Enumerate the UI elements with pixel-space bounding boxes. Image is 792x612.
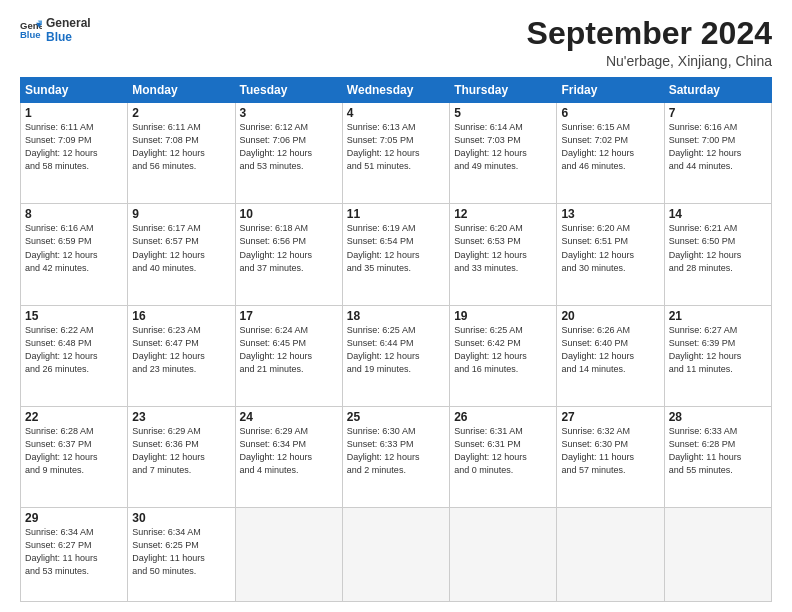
calendar-cell: 23Sunrise: 6:29 AM Sunset: 6:36 PM Dayli… <box>128 406 235 507</box>
day-info: Sunrise: 6:16 AM Sunset: 6:59 PM Dayligh… <box>25 222 123 274</box>
calendar-cell: 4Sunrise: 6:13 AM Sunset: 7:05 PM Daylig… <box>342 103 449 204</box>
day-number: 9 <box>132 207 230 221</box>
day-number: 3 <box>240 106 338 120</box>
day-number: 30 <box>132 511 230 525</box>
day-number: 7 <box>669 106 767 120</box>
day-info: Sunrise: 6:29 AM Sunset: 6:36 PM Dayligh… <box>132 425 230 477</box>
day-info: Sunrise: 6:25 AM Sunset: 6:42 PM Dayligh… <box>454 324 552 376</box>
calendar-week-2: 8Sunrise: 6:16 AM Sunset: 6:59 PM Daylig… <box>21 204 772 305</box>
calendar-body: 1Sunrise: 6:11 AM Sunset: 7:09 PM Daylig… <box>21 103 772 602</box>
day-info: Sunrise: 6:20 AM Sunset: 6:51 PM Dayligh… <box>561 222 659 274</box>
day-number: 29 <box>25 511 123 525</box>
col-thursday: Thursday <box>450 78 557 103</box>
col-wednesday: Wednesday <box>342 78 449 103</box>
logo-line2: Blue <box>46 30 91 44</box>
day-number: 17 <box>240 309 338 323</box>
day-number: 1 <box>25 106 123 120</box>
col-monday: Monday <box>128 78 235 103</box>
day-number: 10 <box>240 207 338 221</box>
day-info: Sunrise: 6:24 AM Sunset: 6:45 PM Dayligh… <box>240 324 338 376</box>
calendar-cell: 20Sunrise: 6:26 AM Sunset: 6:40 PM Dayli… <box>557 305 664 406</box>
day-info: Sunrise: 6:23 AM Sunset: 6:47 PM Dayligh… <box>132 324 230 376</box>
calendar-cell: 5Sunrise: 6:14 AM Sunset: 7:03 PM Daylig… <box>450 103 557 204</box>
calendar: Sunday Monday Tuesday Wednesday Thursday… <box>20 77 772 602</box>
calendar-week-4: 22Sunrise: 6:28 AM Sunset: 6:37 PM Dayli… <box>21 406 772 507</box>
calendar-cell: 21Sunrise: 6:27 AM Sunset: 6:39 PM Dayli… <box>664 305 771 406</box>
day-info: Sunrise: 6:21 AM Sunset: 6:50 PM Dayligh… <box>669 222 767 274</box>
day-info: Sunrise: 6:25 AM Sunset: 6:44 PM Dayligh… <box>347 324 445 376</box>
calendar-cell: 19Sunrise: 6:25 AM Sunset: 6:42 PM Dayli… <box>450 305 557 406</box>
svg-text:Blue: Blue <box>20 29 41 40</box>
day-number: 27 <box>561 410 659 424</box>
day-number: 18 <box>347 309 445 323</box>
calendar-cell <box>450 508 557 602</box>
day-info: Sunrise: 6:29 AM Sunset: 6:34 PM Dayligh… <box>240 425 338 477</box>
day-number: 13 <box>561 207 659 221</box>
header: General Blue General Blue September 2024… <box>20 16 772 69</box>
calendar-cell: 22Sunrise: 6:28 AM Sunset: 6:37 PM Dayli… <box>21 406 128 507</box>
day-info: Sunrise: 6:30 AM Sunset: 6:33 PM Dayligh… <box>347 425 445 477</box>
calendar-cell: 3Sunrise: 6:12 AM Sunset: 7:06 PM Daylig… <box>235 103 342 204</box>
col-tuesday: Tuesday <box>235 78 342 103</box>
day-info: Sunrise: 6:32 AM Sunset: 6:30 PM Dayligh… <box>561 425 659 477</box>
logo-icon: General Blue <box>20 19 42 41</box>
calendar-cell: 28Sunrise: 6:33 AM Sunset: 6:28 PM Dayli… <box>664 406 771 507</box>
day-info: Sunrise: 6:11 AM Sunset: 7:08 PM Dayligh… <box>132 121 230 173</box>
day-number: 11 <box>347 207 445 221</box>
day-number: 8 <box>25 207 123 221</box>
day-info: Sunrise: 6:13 AM Sunset: 7:05 PM Dayligh… <box>347 121 445 173</box>
day-info: Sunrise: 6:34 AM Sunset: 6:25 PM Dayligh… <box>132 526 230 578</box>
calendar-cell: 1Sunrise: 6:11 AM Sunset: 7:09 PM Daylig… <box>21 103 128 204</box>
page: General Blue General Blue September 2024… <box>0 0 792 612</box>
month-title: September 2024 <box>527 16 772 51</box>
col-sunday: Sunday <box>21 78 128 103</box>
calendar-cell: 26Sunrise: 6:31 AM Sunset: 6:31 PM Dayli… <box>450 406 557 507</box>
location: Nu'erbage, Xinjiang, China <box>527 53 772 69</box>
calendar-cell: 16Sunrise: 6:23 AM Sunset: 6:47 PM Dayli… <box>128 305 235 406</box>
day-number: 16 <box>132 309 230 323</box>
calendar-cell <box>664 508 771 602</box>
calendar-cell: 15Sunrise: 6:22 AM Sunset: 6:48 PM Dayli… <box>21 305 128 406</box>
calendar-cell: 8Sunrise: 6:16 AM Sunset: 6:59 PM Daylig… <box>21 204 128 305</box>
day-info: Sunrise: 6:22 AM Sunset: 6:48 PM Dayligh… <box>25 324 123 376</box>
calendar-week-5: 29Sunrise: 6:34 AM Sunset: 6:27 PM Dayli… <box>21 508 772 602</box>
day-number: 6 <box>561 106 659 120</box>
calendar-cell: 27Sunrise: 6:32 AM Sunset: 6:30 PM Dayli… <box>557 406 664 507</box>
logo-line1: General <box>46 16 91 30</box>
calendar-cell: 9Sunrise: 6:17 AM Sunset: 6:57 PM Daylig… <box>128 204 235 305</box>
day-info: Sunrise: 6:12 AM Sunset: 7:06 PM Dayligh… <box>240 121 338 173</box>
calendar-cell: 14Sunrise: 6:21 AM Sunset: 6:50 PM Dayli… <box>664 204 771 305</box>
calendar-week-3: 15Sunrise: 6:22 AM Sunset: 6:48 PM Dayli… <box>21 305 772 406</box>
calendar-cell: 25Sunrise: 6:30 AM Sunset: 6:33 PM Dayli… <box>342 406 449 507</box>
day-info: Sunrise: 6:26 AM Sunset: 6:40 PM Dayligh… <box>561 324 659 376</box>
day-number: 23 <box>132 410 230 424</box>
calendar-header: Sunday Monday Tuesday Wednesday Thursday… <box>21 78 772 103</box>
day-info: Sunrise: 6:27 AM Sunset: 6:39 PM Dayligh… <box>669 324 767 376</box>
col-saturday: Saturday <box>664 78 771 103</box>
day-number: 19 <box>454 309 552 323</box>
day-number: 4 <box>347 106 445 120</box>
day-info: Sunrise: 6:19 AM Sunset: 6:54 PM Dayligh… <box>347 222 445 274</box>
calendar-cell: 17Sunrise: 6:24 AM Sunset: 6:45 PM Dayli… <box>235 305 342 406</box>
calendar-cell: 6Sunrise: 6:15 AM Sunset: 7:02 PM Daylig… <box>557 103 664 204</box>
day-number: 26 <box>454 410 552 424</box>
logo: General Blue General Blue <box>20 16 91 44</box>
calendar-cell <box>342 508 449 602</box>
day-number: 5 <box>454 106 552 120</box>
calendar-cell: 13Sunrise: 6:20 AM Sunset: 6:51 PM Dayli… <box>557 204 664 305</box>
calendar-cell: 30Sunrise: 6:34 AM Sunset: 6:25 PM Dayli… <box>128 508 235 602</box>
calendar-cell: 12Sunrise: 6:20 AM Sunset: 6:53 PM Dayli… <box>450 204 557 305</box>
day-number: 12 <box>454 207 552 221</box>
calendar-cell: 24Sunrise: 6:29 AM Sunset: 6:34 PM Dayli… <box>235 406 342 507</box>
calendar-cell <box>557 508 664 602</box>
calendar-cell: 7Sunrise: 6:16 AM Sunset: 7:00 PM Daylig… <box>664 103 771 204</box>
header-row: Sunday Monday Tuesday Wednesday Thursday… <box>21 78 772 103</box>
calendar-cell: 29Sunrise: 6:34 AM Sunset: 6:27 PM Dayli… <box>21 508 128 602</box>
day-info: Sunrise: 6:34 AM Sunset: 6:27 PM Dayligh… <box>25 526 123 578</box>
day-number: 2 <box>132 106 230 120</box>
calendar-cell <box>235 508 342 602</box>
day-info: Sunrise: 6:28 AM Sunset: 6:37 PM Dayligh… <box>25 425 123 477</box>
day-info: Sunrise: 6:33 AM Sunset: 6:28 PM Dayligh… <box>669 425 767 477</box>
col-friday: Friday <box>557 78 664 103</box>
calendar-cell: 10Sunrise: 6:18 AM Sunset: 6:56 PM Dayli… <box>235 204 342 305</box>
